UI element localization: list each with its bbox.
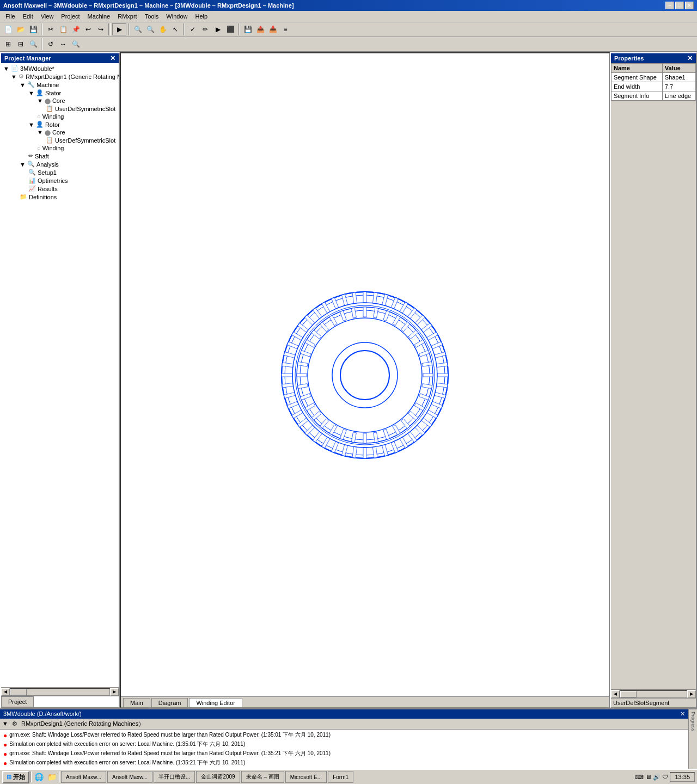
- pointer-btn[interactable]: ↖: [169, 23, 181, 35]
- scroll-thumb[interactable]: [10, 689, 27, 695]
- tree-item-stator-core[interactable]: ▼ ⬤ Core: [2, 97, 118, 105]
- scroll-track[interactable]: [10, 688, 110, 696]
- new-btn[interactable]: 📄: [2, 23, 14, 35]
- open-btn[interactable]: 📂: [15, 23, 27, 35]
- zoom-out-btn[interactable]: 🔍: [144, 23, 156, 35]
- taskbar-ie-icon[interactable]: 🌐: [33, 771, 45, 783]
- tree-item-analysis[interactable]: ▼ 🔍 Analysis: [2, 160, 118, 168]
- prop-value-end-width[interactable]: 7.7: [662, 82, 695, 91]
- hand-btn[interactable]: ✋: [157, 23, 169, 35]
- tree-item-shaft[interactable]: ✏ Shaft: [2, 152, 118, 160]
- tab-main[interactable]: Main: [123, 698, 150, 707]
- svg-rect-50: [282, 373, 292, 377]
- export-btn[interactable]: 📤: [254, 23, 266, 35]
- taskbar-ansoft2[interactable]: Ansoft Maxw...: [107, 771, 152, 783]
- toolbar-row1: 📄 📂 💾 ✂ 📋 📌 ↩ ↪ ▶ 🔍 🔍 ✋ ↖ ✓ ✏ ▶ ⬛ 💾 📤 📥 …: [0, 22, 697, 37]
- menu-file[interactable]: File: [2, 12, 19, 21]
- tree-item-rotor-slot[interactable]: 📋 UserDefSymmetricSlot: [2, 136, 118, 144]
- prop-scroll-right[interactable]: ▶: [687, 690, 696, 698]
- scroll-left-btn[interactable]: ◀: [1, 688, 10, 696]
- properties-table: Name Value Segment Shape Shape1 End widt…: [611, 63, 696, 101]
- taskbar-folder-icon[interactable]: 📁: [46, 771, 58, 783]
- msg-text-3: grm.exe: Shaft: Windage Loss/Power refer…: [9, 750, 331, 757]
- stop-btn[interactable]: ⬛: [224, 23, 236, 35]
- more-btn[interactable]: ≡: [279, 23, 291, 35]
- close-button[interactable]: ✕: [685, 2, 694, 9]
- prop-value-segment-shape[interactable]: Shape1: [662, 73, 695, 82]
- taskbar-jinshan[interactable]: 金山词霸2009: [196, 771, 240, 783]
- run-btn[interactable]: ▶: [112, 23, 126, 35]
- taskbar-bankai[interactable]: 半开口槽设...: [154, 771, 195, 783]
- prop-row-segment-info: Segment Info Line edge: [612, 91, 696, 101]
- project-tree[interactable]: ▼ 📄 3MWdouble* ▼ ⚙ RMxprtDesign1 (Generi…: [1, 63, 119, 687]
- prop-scroll-thumb[interactable]: [620, 691, 637, 697]
- taskbar-ansoft1[interactable]: Ansoft Maxw...: [61, 771, 106, 783]
- tree-item-rmxprt[interactable]: ▼ ⚙ RMxprtDesign1 (Generic Rotating Mach…: [2, 72, 118, 81]
- menu-edit[interactable]: Edit: [20, 12, 36, 21]
- taskbar-paint[interactable]: 未命名 – 画图: [241, 771, 284, 783]
- properties-scrollbar[interactable]: ◀ ▶: [611, 689, 696, 698]
- measure-btn[interactable]: 🔍: [27, 38, 39, 50]
- msg-item-4: ● Simulation completed with execution er…: [1, 758, 687, 768]
- project-panel-scrollbar[interactable]: ◀ ▶: [1, 687, 119, 696]
- copy-btn[interactable]: 📋: [57, 23, 69, 35]
- menu-view[interactable]: View: [38, 12, 57, 21]
- properties-panel-title: Properties: [614, 55, 644, 62]
- cut-btn[interactable]: ✂: [45, 23, 57, 35]
- paste-btn[interactable]: 📌: [70, 23, 82, 35]
- prop-scroll-track[interactable]: [620, 690, 687, 698]
- minimize-button[interactable]: –: [665, 2, 674, 9]
- tree-item-rotor[interactable]: ▼ 👤 Rotor: [2, 120, 118, 128]
- menu-rmxprt[interactable]: RMxprt: [114, 12, 140, 21]
- taskbar-form1[interactable]: Form1: [328, 771, 353, 783]
- taskbar-excel[interactable]: Microsoft E...: [285, 771, 327, 783]
- save-btn[interactable]: 💾: [27, 23, 39, 35]
- menu-help[interactable]: Help: [192, 12, 211, 21]
- tree-item-optimetrics[interactable]: 📊 Optimetrics: [2, 176, 118, 185]
- maximize-button[interactable]: □: [675, 2, 684, 9]
- tree-item-definitions[interactable]: 📁 Definitions: [2, 193, 118, 201]
- toolbar-row2: ⊞ ⊟ 🔍 ↺ ↔ 🔍: [0, 37, 697, 52]
- prop-value-segment-info[interactable]: Line edge: [662, 91, 695, 101]
- check-btn[interactable]: ✓: [187, 23, 199, 35]
- import-btn[interactable]: 📥: [267, 23, 279, 35]
- message-close-btn[interactable]: ✕: [680, 710, 685, 718]
- run2-btn[interactable]: ▶: [212, 23, 224, 35]
- save2-btn[interactable]: 💾: [242, 23, 254, 35]
- project-tab[interactable]: Project: [1, 696, 34, 707]
- title-bar: Ansoft Maxwell – 3MWdouble – RMxprtDesig…: [0, 0, 697, 11]
- scroll-right-btn[interactable]: ▶: [110, 688, 119, 696]
- prop-name-segment-shape: Segment Shape: [612, 73, 663, 82]
- tab-diagram[interactable]: Diagram: [151, 698, 188, 707]
- project-panel-close[interactable]: ✕: [110, 54, 115, 62]
- prop-row-segment-shape: Segment Shape Shape1: [612, 73, 696, 82]
- msg-item-3: ● grm.exe: Shaft: Windage Loss/Power ref…: [1, 749, 687, 758]
- rotate-btn[interactable]: ↺: [45, 38, 57, 50]
- properties-close[interactable]: ✕: [687, 54, 693, 62]
- snap-btn[interactable]: ⊞: [2, 38, 14, 50]
- tree-item-stator-slot[interactable]: 📋 UserDefSymmetricSlot: [2, 105, 118, 113]
- tree-item-machine[interactable]: ▼ 🔧 Machine: [2, 81, 118, 89]
- zoom-in-btn[interactable]: 🔍: [132, 23, 144, 35]
- menu-tools[interactable]: Tools: [142, 12, 162, 21]
- start-button[interactable]: ⊞ 开始: [2, 771, 29, 783]
- tree-item-3mwdouble[interactable]: ▼ 📄 3MWdouble*: [2, 64, 118, 72]
- flip-btn[interactable]: ↔: [57, 38, 69, 50]
- tree-item-stator[interactable]: ▼ 👤 Stator: [2, 89, 118, 97]
- menu-machine[interactable]: Machine: [84, 12, 114, 21]
- edit2-btn[interactable]: ✏: [199, 23, 211, 35]
- tree-item-rotor-winding[interactable]: ○ Winding: [2, 144, 118, 152]
- menu-window[interactable]: Window: [163, 12, 191, 21]
- zoom3-btn[interactable]: 🔍: [70, 38, 82, 50]
- svg-point-104: [340, 351, 389, 400]
- menu-project[interactable]: Project: [58, 12, 83, 21]
- tree-item-setup1[interactable]: 🔍 Setup1: [2, 168, 118, 176]
- tab-winding-editor[interactable]: Winding Editor: [189, 698, 242, 707]
- prop-scroll-left[interactable]: ◀: [611, 690, 620, 698]
- tree-item-stator-winding[interactable]: ○ Winding: [2, 113, 118, 120]
- redo-btn[interactable]: ↪: [95, 23, 107, 35]
- grid-btn[interactable]: ⊟: [15, 38, 27, 50]
- undo-btn[interactable]: ↩: [82, 23, 94, 35]
- tree-item-rotor-core[interactable]: ▼ ⬤ Core: [2, 128, 118, 136]
- tree-item-results[interactable]: 📈 Results: [2, 185, 118, 193]
